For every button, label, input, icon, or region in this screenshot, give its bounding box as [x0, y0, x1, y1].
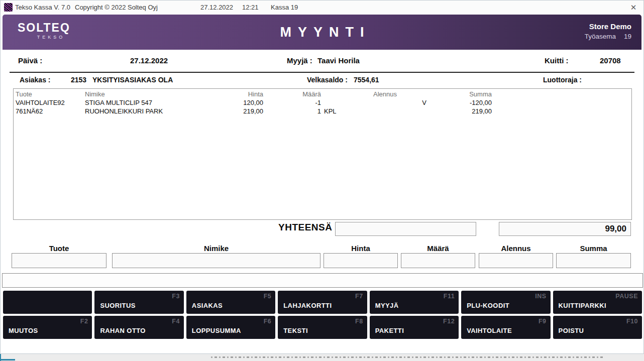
cell-hinta: 120,00 — [198, 98, 263, 107]
workstation-line: Työasema19 — [585, 33, 631, 40]
fn-button-vaihtolaite[interactable]: F9 VAIHTOLAITE — [461, 316, 550, 339]
fn-button-myyja[interactable]: F11 MYYJÄ — [370, 291, 459, 314]
debt-label: Velkasaldo : — [307, 76, 348, 84]
fn-button-loppusumma[interactable]: F6 LOPPUSUMMA — [186, 316, 275, 339]
window-title: Tekso Kassa V. 7.0 — [15, 4, 70, 11]
fn-key: F11 — [444, 293, 455, 300]
table-row[interactable]: 761NÄ62 RUOHONLEIKKURI PARK 219,00 1 KPL… — [14, 107, 631, 115]
total-label: YHTEENSÄ — [278, 222, 332, 233]
fn-button-kuittiparkki[interactable]: PAUSE KUITTIPARKKI — [553, 291, 642, 314]
fn-button-teksti[interactable]: F8 TEKSTI — [278, 316, 367, 339]
customer-label: Asiakas : — [20, 76, 50, 84]
date-label: Päivä : — [18, 56, 42, 65]
fn-label: VAIHTOLAITE — [467, 327, 512, 334]
app-header: SOLTEQ TEKSO MYYNTI Store Demo Työasema1… — [3, 15, 641, 50]
receipt-value: 20708 — [600, 56, 621, 65]
sale-lines-table: Tuote Nimike Hinta Määrä Alennus Summa V… — [13, 88, 632, 220]
cell-summa: 219,00 — [426, 107, 492, 115]
fn-button-blank[interactable] — [3, 291, 92, 314]
entry-label-alennus: Alennus — [479, 244, 553, 253]
entry-label-summa: Summa — [556, 244, 631, 253]
fn-key: F7 — [355, 293, 363, 300]
column-header-unit-spacer — [321, 90, 344, 98]
bottom-strip — [0, 354, 644, 361]
alennus-input[interactable] — [479, 253, 553, 268]
cell-flag: V — [344, 98, 426, 107]
window-corner-accent — [0, 359, 15, 360]
tuote-input[interactable] — [12, 253, 106, 268]
fn-key: F6 — [264, 318, 272, 325]
seller-value: Taavi Horila — [317, 56, 360, 65]
fn-label: ASIAKAS — [192, 302, 223, 309]
cell-filler — [492, 98, 629, 107]
cell-nimike: RUOHONLEIKKURI PARK — [85, 107, 198, 115]
debt-value: 7554,61 — [354, 76, 379, 84]
fn-label: PLU-KOODIT — [467, 302, 509, 309]
cell-summa: -120,00 — [426, 98, 492, 107]
fn-label: PAKETTI — [375, 327, 404, 334]
total-value-box: 99,00 — [499, 222, 631, 236]
customer-name: YKSITYISASIAKAS OLA — [92, 76, 173, 84]
maara-input[interactable] — [401, 253, 475, 268]
fn-button-rahan-otto[interactable]: F4 RAHAN OTTO — [94, 316, 183, 339]
fn-button-asiakas[interactable]: F5 ASIAKAS — [186, 291, 275, 314]
app-icon — [4, 3, 13, 12]
table-header-row: Tuote Nimike Hinta Määrä Alennus Summa — [14, 89, 631, 98]
fn-key: F3 — [172, 293, 180, 300]
column-header-nimike: Nimike — [85, 90, 198, 98]
fn-label: LOPPUSUMMA — [192, 327, 241, 334]
fn-label: TEKSTI — [283, 327, 308, 334]
hinta-input[interactable] — [324, 253, 398, 268]
fn-key: PAUSE — [615, 293, 638, 300]
fn-label: RAHAN OTTO — [100, 327, 145, 334]
total-pending-box — [335, 222, 476, 236]
column-header-alennus: Alennus — [344, 90, 426, 98]
fn-button-suoritus[interactable]: F3 SUORITUS — [94, 291, 183, 314]
main-content: Päivä : 27.12.2022 Myyjä : Taavi Horila … — [1, 50, 643, 354]
cell-filler — [492, 107, 629, 115]
fn-button-muutos[interactable]: F2 MUUTOS — [3, 316, 92, 339]
entry-label-tuote: Tuote — [12, 244, 106, 253]
customer-number: 2153 — [71, 76, 86, 84]
cell-unit — [321, 98, 344, 107]
function-button-grid: F3 SUORITUS F5 ASIAKAS F7 LAHJAKORTTI F1… — [3, 291, 642, 339]
clipped-background-text — [211, 356, 603, 358]
cell-tuote: 761NÄ62 — [16, 107, 85, 115]
fn-key: F9 — [539, 318, 547, 325]
fn-button-paketti[interactable]: F12 PAKETTI — [370, 316, 459, 339]
fn-key: F5 — [264, 293, 272, 300]
cell-maara: 1 — [263, 107, 321, 115]
fn-label: LAHJAKORTTI — [283, 302, 332, 309]
date-value: 27.12.2022 — [130, 56, 168, 65]
fn-button-poistu[interactable]: F10 POISTU — [553, 316, 642, 339]
fn-key: F2 — [80, 318, 88, 325]
fn-button-plu-koodit[interactable]: INS PLU-KOODIT — [461, 291, 550, 314]
entry-label-maara: Määrä — [401, 244, 475, 253]
fn-label: KUITTIPARKKI — [559, 302, 607, 309]
column-header-summa: Summa — [426, 90, 492, 98]
fn-key: F12 — [443, 318, 455, 325]
seller-label: Myyjä : — [287, 56, 312, 65]
column-header-tuote: Tuote — [16, 90, 85, 98]
fn-key: F8 — [355, 318, 363, 325]
fn-label: POISTU — [559, 327, 584, 334]
nimike-input[interactable] — [112, 253, 320, 268]
info-divider — [10, 72, 634, 73]
copyright-text: Copyright © 2022 Solteq Oyj — [75, 4, 158, 11]
store-name: Store Demo — [585, 22, 631, 32]
summa-input[interactable] — [556, 253, 631, 268]
table-row[interactable]: VAIHTOLAITE92 STIGA MULTICLIP 547 120,00… — [14, 98, 631, 107]
column-header-filler — [492, 90, 629, 98]
column-header-maara: Määrä — [263, 90, 321, 98]
close-icon[interactable]: ✕ — [628, 3, 638, 13]
entry-label-nimike: Nimike — [112, 244, 320, 253]
workstation-number: 19 — [624, 33, 631, 40]
message-bar[interactable] — [2, 273, 643, 288]
cell-unit: KPL — [321, 107, 344, 115]
fn-button-lahjakortti[interactable]: F7 LAHJAKORTTI — [278, 291, 367, 314]
fn-key: F4 — [172, 318, 180, 325]
titlebar-register: Kassa 19 — [271, 4, 298, 11]
fn-key: F10 — [626, 318, 638, 325]
titlebar-date: 27.12.2022 — [200, 4, 233, 11]
cell-maara: -1 — [263, 98, 321, 107]
